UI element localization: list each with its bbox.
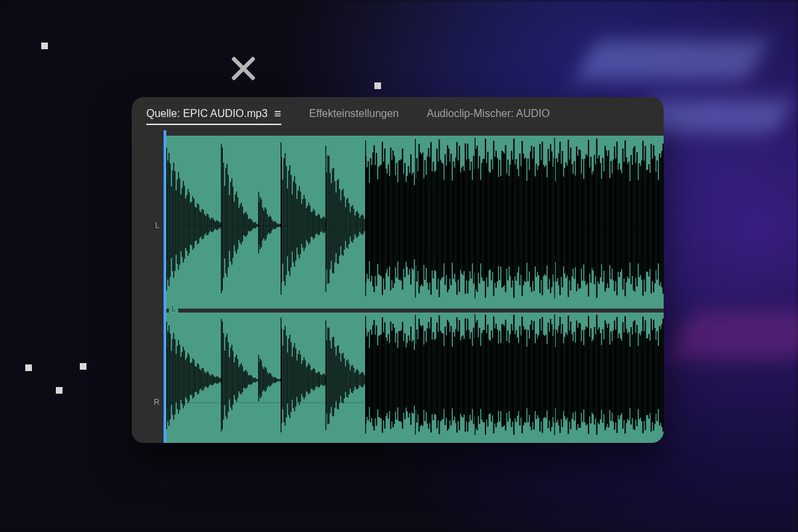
svg-rect-368 bbox=[602, 158, 603, 282]
svg-rect-376 bbox=[612, 174, 613, 269]
tab-effect-controls[interactable]: Effekteinstellungen bbox=[309, 97, 399, 130]
svg-rect-409 bbox=[650, 144, 652, 293]
svg-rect-182 bbox=[382, 142, 383, 295]
svg-rect-691 bbox=[477, 321, 478, 430]
svg-rect-382 bbox=[618, 164, 620, 277]
svg-rect-528 bbox=[283, 330, 284, 422]
waveform-channel-left bbox=[166, 136, 664, 309]
svg-rect-418 bbox=[661, 151, 662, 287]
svg-rect-519 bbox=[273, 378, 273, 383]
svg-rect-234 bbox=[444, 180, 445, 264]
svg-rect-638 bbox=[414, 350, 415, 406]
svg-rect-363 bbox=[597, 138, 598, 298]
svg-rect-61 bbox=[239, 208, 239, 240]
svg-rect-790 bbox=[594, 327, 595, 425]
svg-rect-535 bbox=[292, 356, 293, 400]
svg-rect-67 bbox=[245, 212, 246, 237]
svg-rect-703 bbox=[491, 331, 492, 422]
svg-rect-520 bbox=[274, 377, 275, 383]
svg-rect-849 bbox=[166, 322, 167, 430]
svg-rect-141 bbox=[333, 168, 334, 273]
svg-rect-24 bbox=[195, 207, 196, 241]
svg-rect-102 bbox=[287, 189, 288, 257]
svg-rect-780 bbox=[582, 331, 583, 422]
svg-rect-444 bbox=[184, 350, 185, 405]
svg-rect-454 bbox=[196, 366, 197, 391]
svg-rect-742 bbox=[537, 338, 538, 415]
svg-rect-309 bbox=[532, 159, 533, 281]
svg-rect-310 bbox=[533, 147, 535, 291]
playhead[interactable] bbox=[164, 130, 166, 443]
svg-rect-191 bbox=[392, 150, 394, 288]
svg-rect-489 bbox=[237, 359, 238, 398]
svg-rect-539 bbox=[297, 360, 297, 397]
svg-rect-208 bbox=[412, 172, 414, 269]
svg-rect-458 bbox=[201, 370, 201, 388]
svg-rect-537 bbox=[294, 343, 295, 412]
svg-rect-226 bbox=[434, 172, 436, 271]
svg-rect-509 bbox=[261, 360, 262, 396]
svg-rect-641 bbox=[418, 339, 419, 414]
svg-rect-235 bbox=[445, 154, 446, 285]
svg-rect-447 bbox=[188, 353, 188, 404]
svg-rect-247 bbox=[459, 146, 460, 292]
svg-rect-545 bbox=[304, 357, 305, 399]
svg-rect-101 bbox=[286, 166, 287, 275]
svg-rect-82 bbox=[263, 211, 264, 238]
svg-rect-619 bbox=[391, 331, 392, 422]
svg-rect-258 bbox=[472, 180, 473, 263]
svg-rect-487 bbox=[235, 357, 235, 400]
svg-rect-747 bbox=[543, 334, 544, 418]
svg-rect-472 bbox=[217, 376, 218, 384]
svg-rect-304 bbox=[526, 181, 527, 263]
svg-rect-213 bbox=[418, 144, 420, 293]
svg-rect-281 bbox=[499, 160, 500, 280]
svg-rect-843 bbox=[656, 331, 658, 421]
svg-rect-319 bbox=[544, 167, 545, 274]
svg-rect-349 bbox=[580, 150, 581, 289]
svg-rect-10 bbox=[178, 172, 179, 270]
svg-rect-734 bbox=[527, 330, 529, 422]
svg-rect-301 bbox=[523, 154, 524, 285]
svg-rect-55 bbox=[231, 178, 232, 265]
svg-rect-98 bbox=[283, 180, 283, 264]
svg-rect-401 bbox=[641, 160, 642, 280]
svg-rect-4 bbox=[171, 186, 172, 258]
svg-rect-13 bbox=[182, 188, 182, 257]
svg-rect-386 bbox=[623, 162, 624, 279]
svg-rect-572 bbox=[336, 356, 336, 401]
tab-audio-clip-mixer[interactable]: Audioclip-Mischer: AUDIO bbox=[427, 97, 550, 130]
svg-rect-22 bbox=[192, 197, 193, 250]
svg-rect-623 bbox=[396, 333, 398, 420]
svg-rect-778 bbox=[580, 323, 581, 428]
svg-rect-632 bbox=[407, 343, 408, 412]
svg-rect-227 bbox=[435, 171, 436, 271]
svg-rect-739 bbox=[533, 321, 535, 430]
svg-rect-100 bbox=[285, 153, 285, 285]
svg-rect-186 bbox=[386, 174, 388, 269]
svg-rect-240 bbox=[450, 154, 452, 285]
tab-source[interactable]: Quelle: EPIC AUDIO.mp3 ≡ bbox=[146, 97, 281, 130]
svg-rect-550 bbox=[310, 365, 311, 393]
svg-rect-816 bbox=[624, 316, 626, 434]
svg-rect-548 bbox=[307, 366, 308, 393]
svg-rect-199 bbox=[402, 148, 403, 289]
svg-rect-717 bbox=[507, 331, 509, 422]
svg-rect-180 bbox=[380, 166, 381, 275]
svg-rect-711 bbox=[500, 343, 501, 411]
svg-rect-523 bbox=[277, 379, 278, 381]
svg-rect-669 bbox=[450, 326, 452, 425]
svg-rect-329 bbox=[556, 158, 557, 281]
hamburger-icon[interactable]: ≡ bbox=[274, 108, 281, 120]
svg-rect-451 bbox=[192, 358, 193, 398]
waveform-area[interactable]: L bbox=[164, 130, 664, 443]
svg-rect-198 bbox=[401, 159, 402, 281]
svg-rect-466 bbox=[210, 376, 211, 384]
svg-rect-291 bbox=[511, 151, 512, 288]
svg-rect-554 bbox=[315, 369, 315, 390]
svg-rect-256 bbox=[469, 170, 471, 271]
svg-rect-693 bbox=[479, 328, 480, 424]
svg-rect-423 bbox=[281, 142, 281, 295]
svg-rect-656 bbox=[435, 339, 436, 415]
svg-rect-171 bbox=[369, 183, 370, 261]
